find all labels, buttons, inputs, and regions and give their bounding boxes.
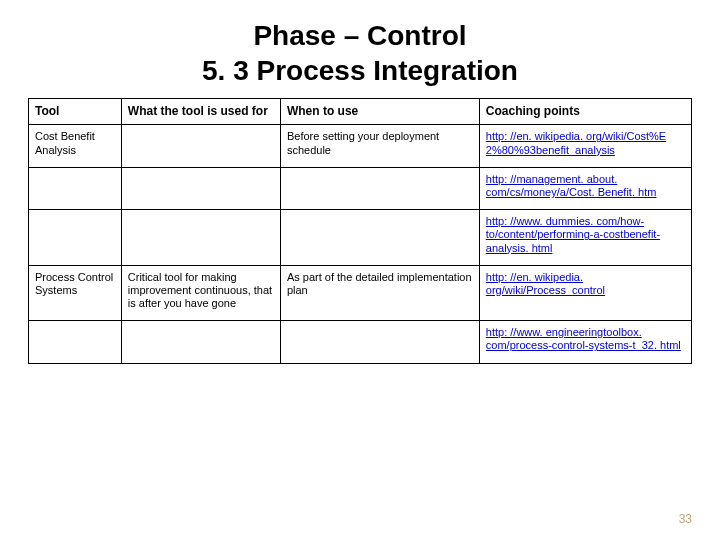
cell-coaching: http: //en. wikipedia. org/wiki/Cost%E 2…	[479, 125, 691, 167]
cell-coaching: http: //www. dummies. com/how-to/content…	[479, 210, 691, 266]
page-number: 33	[679, 512, 692, 526]
slide: Phase – Control 5. 3 Process Integration…	[0, 0, 720, 540]
process-integration-table: Tool What the tool is used for When to u…	[28, 98, 692, 364]
cell-used-for	[121, 321, 280, 363]
col-header-coaching: Coaching points	[479, 99, 691, 125]
coaching-link[interactable]: http: //www. engineeringtoolbox. com/pro…	[486, 326, 681, 351]
table-row: http: //www. engineeringtoolbox. com/pro…	[29, 321, 692, 363]
col-header-tool: Tool	[29, 99, 122, 125]
cell-when	[280, 321, 479, 363]
cell-coaching: http: //management. about. com/cs/money/…	[479, 167, 691, 209]
title-line-2: 5. 3 Process Integration	[202, 55, 518, 86]
cell-tool	[29, 321, 122, 363]
cell-tool	[29, 167, 122, 209]
cell-when	[280, 210, 479, 266]
coaching-link[interactable]: http: //www. dummies. com/how-to/content…	[486, 215, 660, 253]
coaching-link[interactable]: http: //en. wikipedia. org/wiki/Cost%E 2…	[486, 130, 666, 155]
col-header-used-for: What the tool is used for	[121, 99, 280, 125]
cell-tool: Cost Benefit Analysis	[29, 125, 122, 167]
cell-used-for	[121, 125, 280, 167]
table-row: http: //www. dummies. com/how-to/content…	[29, 210, 692, 266]
cell-tool: Process Control Systems	[29, 265, 122, 321]
cell-used-for: Critical tool for making improvement con…	[121, 265, 280, 321]
slide-title: Phase – Control 5. 3 Process Integration	[28, 18, 692, 88]
col-header-when: When to use	[280, 99, 479, 125]
title-line-1: Phase – Control	[253, 20, 466, 51]
table-header-row: Tool What the tool is used for When to u…	[29, 99, 692, 125]
cell-when: Before setting your deployment schedule	[280, 125, 479, 167]
cell-coaching: http: //en. wikipedia. org/wiki/Process_…	[479, 265, 691, 321]
cell-when	[280, 167, 479, 209]
cell-tool	[29, 210, 122, 266]
cell-used-for	[121, 210, 280, 266]
cell-when: As part of the detailed implementation p…	[280, 265, 479, 321]
coaching-link[interactable]: http: //management. about. com/cs/money/…	[486, 173, 657, 198]
table-row: http: //management. about. com/cs/money/…	[29, 167, 692, 209]
cell-used-for	[121, 167, 280, 209]
coaching-link[interactable]: http: //en. wikipedia. org/wiki/Process_…	[486, 271, 605, 296]
table-row: Process Control Systems Critical tool fo…	[29, 265, 692, 321]
table-row: Cost Benefit Analysis Before setting you…	[29, 125, 692, 167]
cell-coaching: http: //www. engineeringtoolbox. com/pro…	[479, 321, 691, 363]
